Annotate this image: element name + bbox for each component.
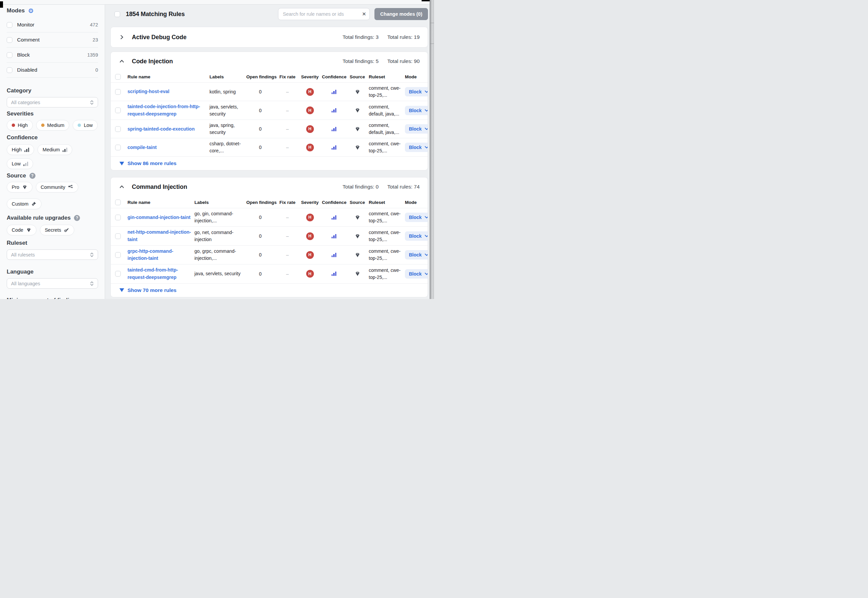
fix-rate-value: – <box>277 145 300 150</box>
show-more-rules-link[interactable]: Show 86 more rules <box>111 156 428 170</box>
pro-gem-icon <box>355 108 360 113</box>
col-fix-rate: Fix rate <box>277 200 300 205</box>
mode-value: Block <box>409 215 422 220</box>
row-checkbox[interactable] <box>115 126 121 132</box>
mode-dropdown[interactable]: Block <box>405 250 428 260</box>
row-checkbox[interactable] <box>115 89 121 95</box>
section-select-all-checkbox[interactable] <box>115 74 121 80</box>
row-checkbox[interactable] <box>115 145 121 150</box>
mode-dropdown[interactable]: Block <box>405 87 428 96</box>
comment-checkbox[interactable] <box>7 37 12 43</box>
rule-name-link[interactable]: spring-tainted-code-execution <box>127 126 195 132</box>
open-findings-value: 0 <box>246 252 277 257</box>
change-modes-button[interactable]: Change modes (0) <box>374 8 428 20</box>
chevron-up-icon[interactable] <box>119 59 124 64</box>
source-chip-pro[interactable]: Pro <box>7 182 33 193</box>
upgrade-chip-secrets[interactable]: Secrets <box>40 225 74 235</box>
row-checkbox[interactable] <box>115 108 121 113</box>
chevron-down-icon <box>425 253 428 256</box>
ruleset-select[interactable]: All rulesets <box>7 250 98 260</box>
category-select[interactable]: All categories <box>7 97 98 108</box>
severity-chip-medium[interactable]: Medium <box>36 120 70 131</box>
upgrades-help-icon[interactable]: ? <box>74 215 80 221</box>
confidence-chip-high[interactable]: High <box>7 144 34 155</box>
table-row: grpc-http-command-injection-taint go, gr… <box>111 245 428 264</box>
open-findings-value: 0 <box>246 89 277 94</box>
confidence-high-bars-icon <box>24 148 30 152</box>
chevron-down-icon <box>425 90 428 93</box>
row-checkbox[interactable] <box>115 252 121 258</box>
matching-rules-title: 1854 Matching Rules <box>126 11 185 18</box>
disabled-checkbox[interactable] <box>7 67 12 73</box>
pro-gem-icon <box>22 184 27 190</box>
severity-high-badge: H <box>306 106 314 114</box>
rule-name-link[interactable]: scripting-host-eval <box>127 89 169 94</box>
monitor-checkbox[interactable] <box>7 22 12 28</box>
severity-high-badge: H <box>306 270 314 278</box>
ruleset-value: comment, default, java,... <box>369 122 405 136</box>
fix-rate-value: – <box>277 271 300 277</box>
mode-value: Block <box>409 233 422 239</box>
confidence-bars-icon <box>332 215 337 220</box>
section-title: Active Debug Code <box>132 34 186 41</box>
rule-name-link[interactable]: net-http-command-injection-taint <box>127 229 191 242</box>
mode-count: 0 <box>95 67 98 73</box>
language-select[interactable]: All languages <box>7 278 98 289</box>
chevron-up-icon[interactable] <box>119 184 124 189</box>
mode-dropdown[interactable]: Block <box>405 212 428 222</box>
rule-search-input[interactable] <box>278 8 370 20</box>
gear-icon[interactable]: ⚙ <box>28 8 34 14</box>
ruleset-value: comment, cwe-top-25,... <box>369 248 405 262</box>
select-all-checkbox[interactable] <box>115 11 120 17</box>
mode-dropdown[interactable]: Block <box>405 231 428 241</box>
rule-name-link[interactable]: grpc-http-command-injection-taint <box>127 248 173 261</box>
fix-rate-value: – <box>277 233 300 239</box>
upgrade-chip-code[interactable]: Code <box>7 225 36 235</box>
rule-name-link[interactable]: gin-command-injection-taint <box>127 215 190 220</box>
rule-name-link[interactable]: compile-taint <box>127 145 157 150</box>
triangle-down-icon <box>119 162 124 165</box>
vertical-scrollbar[interactable] <box>430 0 434 299</box>
section-select-all-checkbox[interactable] <box>115 200 121 205</box>
ruleset-value: comment, default, java,... <box>369 103 405 118</box>
confidence-bars-icon <box>332 145 337 150</box>
confidence-chip-low[interactable]: Low <box>7 158 33 169</box>
table-row: tainted-cmd-from-http-request-deepsemgre… <box>111 264 428 283</box>
source-chip-community[interactable]: Community <box>36 182 78 193</box>
mode-dropdown[interactable]: Block <box>405 106 428 115</box>
severity-chip-low[interactable]: Low <box>73 120 98 131</box>
confidence-chip-medium[interactable]: Medium <box>37 144 72 155</box>
chevron-down-icon <box>425 272 428 275</box>
section-title: Command Injection <box>132 184 187 190</box>
table-row: net-http-command-injection-taint go, net… <box>111 226 428 245</box>
clear-search-icon[interactable]: ✕ <box>362 11 366 17</box>
severity-chip-high[interactable]: High <box>7 120 33 131</box>
row-checkbox[interactable] <box>115 215 121 220</box>
language-heading: Language <box>7 269 98 275</box>
chevron-right-icon[interactable] <box>119 35 124 39</box>
rule-labels: kotlin, spring <box>209 88 246 96</box>
fix-rate-value: – <box>277 252 300 257</box>
row-checkbox[interactable] <box>115 271 121 277</box>
col-open-findings: Open findings <box>246 74 277 79</box>
total-rules: Total rules: 74 <box>388 184 420 190</box>
source-help-icon[interactable]: ? <box>30 173 36 179</box>
chevron-down-icon <box>425 109 428 112</box>
rule-name-link[interactable]: tainted-code-injection-from-http-request… <box>127 104 200 117</box>
mode-dropdown[interactable]: Block <box>405 269 428 278</box>
show-more-rules-link[interactable]: Show 70 more rules <box>111 283 428 297</box>
mode-count: 1359 <box>87 52 98 58</box>
matching-rules-header: 1854 Matching Rules ✕ Change modes (0) <box>110 8 428 20</box>
block-checkbox[interactable] <box>7 52 12 58</box>
col-rule-name: Rule name <box>127 200 194 205</box>
fix-rate-value: – <box>277 126 300 132</box>
select-updown-icon <box>90 252 94 257</box>
mode-dropdown[interactable]: Block <box>405 124 428 134</box>
severity-high-badge: H <box>306 144 314 151</box>
mode-dropdown[interactable]: Block <box>405 143 428 152</box>
col-confidence: Confidence <box>322 74 349 79</box>
rule-name-link[interactable]: tainted-cmd-from-http-request-deepsemgre… <box>127 267 178 280</box>
row-checkbox[interactable] <box>115 233 121 239</box>
window-top-strip <box>0 0 434 5</box>
source-chip-custom[interactable]: Custom <box>7 199 42 209</box>
